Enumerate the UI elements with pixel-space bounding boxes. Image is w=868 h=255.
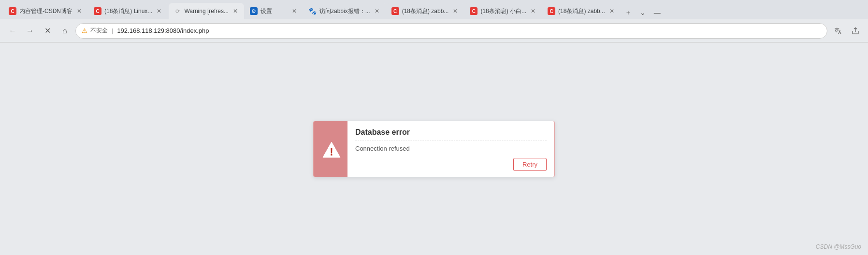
tab-3-close[interactable]: ✕ <box>231 7 239 15</box>
tab-6[interactable]: C (18条消息) zabb... ✕ <box>387 3 464 19</box>
tab-8-favicon: C <box>548 7 555 15</box>
tab-menu-button[interactable]: ⌄ <box>636 6 650 19</box>
address-input[interactable]: ⚠ 不安全 | 192.168.118.129:8080/index.php <box>75 23 827 39</box>
tab-6-label: (18条消息) zabb... <box>402 7 449 15</box>
tab-8-close[interactable]: ✕ <box>608 7 616 15</box>
warning-triangle-icon: ! <box>322 141 339 156</box>
reload-button[interactable]: ✕ <box>41 24 54 38</box>
minimize-button[interactable]: — <box>651 6 664 19</box>
new-tab-button[interactable]: + <box>622 6 635 19</box>
tab-2-close[interactable]: ✕ <box>155 7 163 15</box>
security-warning-icon: ⚠ <box>82 27 87 34</box>
tab-8[interactable]: C (18条消息) zabb... ✕ <box>543 3 621 19</box>
svg-text:!: ! <box>330 146 333 158</box>
home-button[interactable]: ⌂ <box>58 24 72 38</box>
address-separator: | <box>112 27 113 34</box>
tab-2-label: (18条消息) Linux... <box>104 7 152 15</box>
watermark: CSDN @MssGuo <box>816 243 861 250</box>
security-warning-text: 不安全 <box>90 27 108 35</box>
browser-window: C 内容管理-CSDN博客 ✕ C (18条消息) Linux... ✕ ⟳ W… <box>0 0 868 255</box>
tab-bar: C 内容管理-CSDN博客 ✕ C (18条消息) Linux... ✕ ⟳ W… <box>0 0 868 19</box>
tab-6-close[interactable]: ✕ <box>451 7 459 15</box>
error-message: Connection refused <box>355 145 547 152</box>
error-title: Database error <box>355 128 547 141</box>
tab-7-favicon: C <box>470 7 477 15</box>
tab-7-close[interactable]: ✕ <box>529 7 537 15</box>
url-display: 192.168.118.129:8080/index.php <box>117 27 209 34</box>
error-icon-panel: ! <box>314 121 347 177</box>
retry-button[interactable]: Retry <box>513 158 547 171</box>
tab-5-favicon: 🐾 <box>309 7 317 15</box>
address-bar: ← → ✕ ⌂ ⚠ 不安全 | 192.168.118.129:8080/ind… <box>0 19 868 42</box>
tab-1-favicon: C <box>9 7 16 15</box>
translate-button[interactable] <box>831 24 845 38</box>
tab-7-label: (18条消息) 小白... <box>480 7 526 15</box>
error-actions: Retry <box>355 158 547 171</box>
error-content: Database error Connection refused Retry <box>347 121 554 177</box>
tab-2[interactable]: C (18条消息) Linux... ✕ <box>89 3 168 19</box>
back-button[interactable]: ← <box>6 24 19 38</box>
tab-3[interactable]: ⟳ Warning [refres... ✕ <box>169 3 244 19</box>
tab-4[interactable]: ⚙ 设置 ✕ <box>245 3 303 19</box>
tab-8-label: (18条消息) zabb... <box>558 7 605 15</box>
tab-3-favicon: ⟳ <box>174 7 181 15</box>
forward-button[interactable]: → <box>23 24 37 38</box>
tab-3-label: Warning [refres... <box>184 8 229 14</box>
tab-6-favicon: C <box>391 7 399 15</box>
tab-5[interactable]: 🐾 访问zabbix报错：... ✕ <box>304 3 386 19</box>
tab-7[interactable]: C (18条消息) 小白... ✕ <box>465 3 542 19</box>
tab-4-favicon: ⚙ <box>250 7 258 15</box>
tab-1-close[interactable]: ✕ <box>75 7 83 15</box>
tab-2-favicon: C <box>94 7 101 15</box>
tab-4-label: 设置 <box>260 7 288 15</box>
tab-1-label: 内容管理-CSDN博客 <box>19 7 72 15</box>
tab-4-close[interactable]: ✕ <box>290 7 298 15</box>
tab-5-label: 访问zabbix报错：... <box>319 7 370 15</box>
tab-1[interactable]: C 内容管理-CSDN博客 ✕ <box>4 3 88 19</box>
page-content: ! Database error Connection refused Retr… <box>0 42 868 255</box>
tab-5-close[interactable]: ✕ <box>373 7 381 15</box>
browser-action-buttons <box>831 24 862 38</box>
share-button[interactable] <box>849 24 862 38</box>
error-dialog: ! Database error Connection refused Retr… <box>313 121 555 177</box>
